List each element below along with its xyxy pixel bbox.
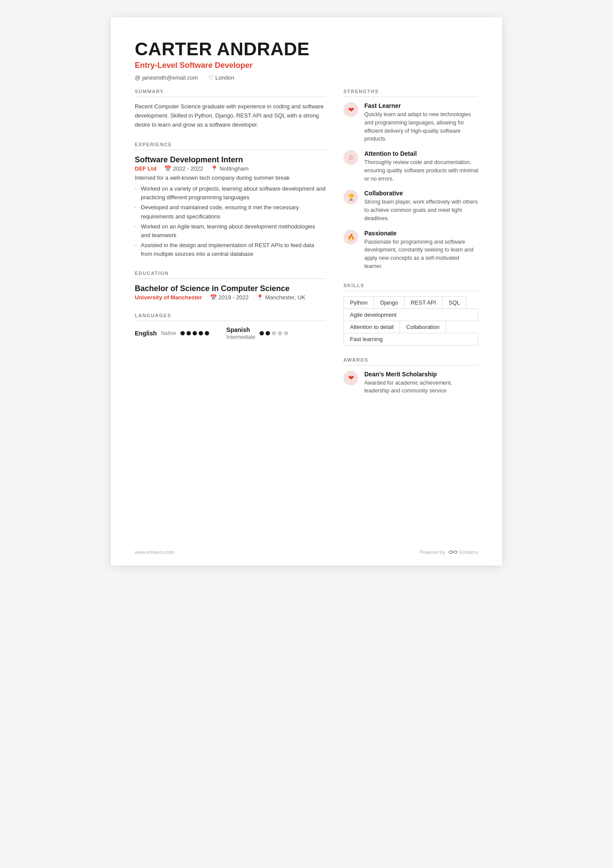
dot-4	[199, 331, 203, 335]
dot-3	[272, 331, 276, 335]
job-bullet: Worked on a variety of projects, learnin…	[135, 184, 326, 202]
skill-python: Python	[343, 296, 374, 309]
dot-2	[266, 331, 270, 335]
star-icon: ☆	[343, 150, 358, 165]
lang-dots	[260, 331, 288, 335]
strength-desc: Passionate for programming and software …	[364, 238, 478, 271]
job-date: 📅 2022 - 2022	[164, 165, 203, 172]
header-contact: @ janesmith@email.com ♡ London	[135, 74, 478, 81]
strength-name: Collaborative	[364, 190, 478, 197]
dot-2	[187, 331, 191, 335]
strength-name: Passionate	[364, 230, 478, 237]
strengths-label: STRENGTHS	[343, 89, 478, 97]
location-contact: ♡ London	[208, 74, 234, 81]
trophy-icon: 🏆	[343, 190, 358, 204]
strength-content: Attention to Detail Thoroughly review co…	[364, 150, 478, 183]
job-title: Software Development Intern	[135, 155, 326, 164]
language-item-english: English Native	[135, 330, 209, 337]
strength-item-passionate: 🔥 Passionate Passionate for programming …	[343, 230, 478, 271]
job-bullet: Worked on an Agile team, learning about …	[135, 222, 326, 240]
strength-desc: Strong team player, work effectively wit…	[364, 198, 478, 222]
award-heart-icon: ❤	[343, 371, 358, 385]
skill-collaboration: Collaboration	[400, 321, 446, 333]
location-value: London	[215, 74, 234, 81]
skill-sql: SQL	[442, 296, 466, 309]
dot-1	[260, 331, 264, 335]
strengths-section: STRENGTHS ❤ Fast Learner Quickly learn a…	[343, 89, 478, 271]
lang-name: English	[135, 330, 157, 337]
job-meta: DEF Ltd 📅 2022 - 2022 📍 Nottingham	[135, 165, 326, 172]
enhancv-logo: Enhancv	[448, 549, 478, 555]
language-item-spanish: Spanish Intermediate	[227, 326, 289, 340]
lang-dots	[180, 331, 209, 335]
awards-label: AWARDS	[343, 357, 478, 365]
edu-institution: University of Manchester	[135, 294, 202, 301]
dot-5	[284, 331, 288, 335]
skills-label: SKILLS	[343, 283, 478, 291]
strength-desc: Quickly learn and adapt to new technolog…	[364, 111, 478, 143]
strength-item-fast-learner: ❤ Fast Learner Quickly learn and adapt t…	[343, 102, 478, 143]
strength-item-collaborative: 🏆 Collaborative Strong team player, work…	[343, 190, 478, 222]
lang-level: Intermediate	[227, 334, 256, 340]
powered-by-text: Powered by	[420, 550, 445, 555]
email-value: janesmith@email.com	[142, 74, 198, 81]
two-col-layout: SUMMARY Recent Computer Science graduate…	[135, 89, 478, 407]
job-bullet: Developed and maintained code, ensuring …	[135, 203, 326, 221]
skill-django: Django	[373, 296, 404, 309]
dot-3	[193, 331, 197, 335]
footer: www.enhancv.com Powered by Enhancv	[135, 549, 478, 555]
award-item: ❤ Dean's Merit Scholarship Awarded for a…	[343, 371, 478, 395]
languages-section: LANGUAGES English Native	[135, 313, 326, 340]
lang-group-spanish: Spanish Intermediate	[227, 326, 256, 340]
strength-item-attention: ☆ Attention to Detail Thoroughly review …	[343, 150, 478, 183]
left-column: SUMMARY Recent Computer Science graduate…	[135, 89, 326, 407]
award-desc: Awarded for academic achievement, leader…	[364, 379, 478, 395]
awards-section: AWARDS ❤ Dean's Merit Scholarship Awarde…	[343, 357, 478, 395]
heart-icon: ❤	[343, 102, 358, 117]
lang-level: Native	[161, 330, 176, 336]
skill-attention: Attention to detail	[343, 321, 400, 333]
strength-desc: Thoroughly review code and documentation…	[364, 158, 478, 183]
languages-row: English Native Spanish	[135, 326, 326, 340]
summary-section: SUMMARY Recent Computer Science graduate…	[135, 89, 326, 129]
footer-website: www.enhancv.com	[135, 550, 174, 555]
languages-label: LANGUAGES	[135, 313, 326, 321]
strength-content: Passionate Passionate for programming an…	[364, 230, 478, 271]
lang-name: Spanish	[227, 326, 250, 333]
job-bullets-list: Worked on a variety of projects, learnin…	[135, 184, 326, 258]
resume-container: CARTER ANDRADE Entry-Level Software Deve…	[111, 17, 502, 566]
candidate-name: CARTER ANDRADE	[135, 39, 478, 59]
dot-1	[180, 331, 185, 335]
experience-section: EXPERIENCE Software Development Intern D…	[135, 142, 326, 259]
calendar-icon: 📅	[164, 165, 171, 172]
edu-location: 📍 Manchester, UK	[257, 294, 306, 301]
summary-text: Recent Computer Science graduate with ex…	[135, 102, 326, 129]
location-icon: ♡	[208, 74, 213, 81]
candidate-title: Entry-Level Software Developer	[135, 61, 478, 70]
email-icon: @	[135, 74, 140, 81]
pin-icon: 📍	[257, 294, 263, 301]
footer-brand: Powered by Enhancv	[420, 549, 478, 555]
dot-4	[278, 331, 282, 335]
job-company: DEF Ltd	[135, 165, 157, 172]
skills-grid: Python Django REST API SQL Agile develop…	[343, 296, 478, 345]
degree-title: Bachelor of Science in Computer Science	[135, 284, 326, 293]
edu-date: 📅 2019 - 2022	[210, 294, 249, 301]
strength-content: Collaborative Strong team player, work e…	[364, 190, 478, 222]
skill-fast-learning: Fast learning	[343, 333, 478, 345]
dot-5	[205, 331, 209, 335]
job-bullet: Assisted in the design and implementatio…	[135, 241, 326, 258]
skill-restapi: REST API	[404, 296, 443, 309]
calendar-icon: 📅	[210, 294, 217, 301]
email-contact: @ janesmith@email.com	[135, 74, 198, 81]
skills-section: SKILLS Python Django REST API SQL Agile …	[343, 283, 478, 345]
pin-icon: 📍	[211, 165, 218, 172]
job-description: Interned for a well-known tech company d…	[135, 174, 326, 182]
award-name: Dean's Merit Scholarship	[364, 371, 478, 378]
enhancv-symbol	[448, 549, 458, 555]
edu-meta: University of Manchester 📅 2019 - 2022 📍…	[135, 294, 326, 301]
enhancv-wordmark: Enhancv	[460, 550, 478, 555]
header: CARTER ANDRADE Entry-Level Software Deve…	[135, 39, 478, 81]
right-column: STRENGTHS ❤ Fast Learner Quickly learn a…	[343, 89, 478, 407]
strength-name: Attention to Detail	[364, 150, 478, 157]
